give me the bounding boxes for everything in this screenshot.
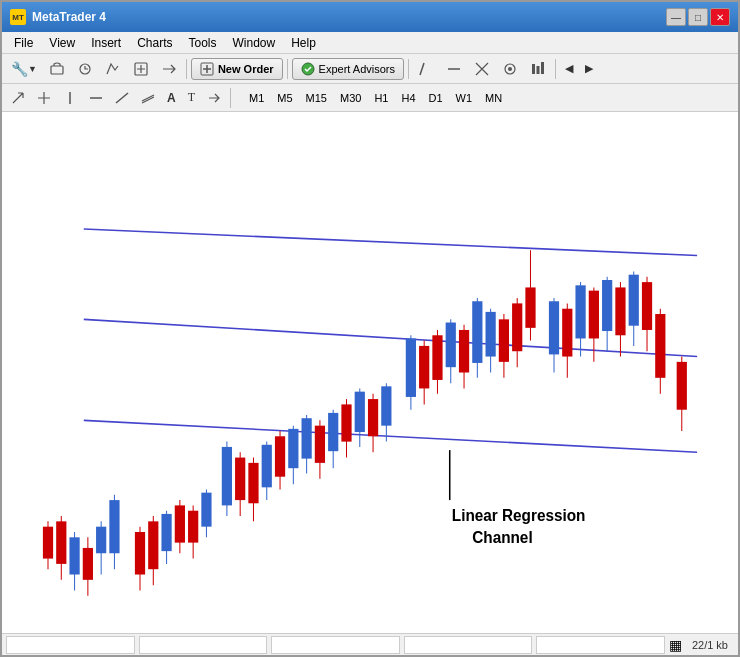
tool-vertical-line[interactable] bbox=[58, 86, 82, 110]
tf-m5[interactable]: M5 bbox=[271, 89, 298, 107]
svg-rect-25 bbox=[109, 500, 119, 553]
svg-rect-53 bbox=[315, 426, 325, 463]
svg-rect-73 bbox=[459, 330, 469, 373]
tf-d1[interactable]: D1 bbox=[423, 89, 449, 107]
svg-rect-71 bbox=[446, 323, 456, 368]
svg-rect-93 bbox=[602, 280, 612, 331]
svg-rect-99 bbox=[642, 282, 652, 330]
svg-rect-0 bbox=[51, 66, 63, 74]
tool-text-a[interactable]: A bbox=[162, 86, 181, 110]
tool-text-t[interactable]: T bbox=[183, 86, 200, 110]
toolbar-btn-indicators[interactable] bbox=[497, 57, 523, 81]
svg-rect-55 bbox=[328, 413, 338, 451]
minimize-button[interactable]: — bbox=[666, 8, 686, 26]
svg-rect-57 bbox=[341, 404, 351, 441]
svg-rect-15 bbox=[43, 527, 53, 559]
svg-rect-35 bbox=[188, 511, 198, 543]
tf-m15[interactable]: M15 bbox=[300, 89, 333, 107]
svg-rect-21 bbox=[83, 548, 93, 580]
svg-rect-67 bbox=[419, 346, 429, 389]
toolbar-btn-scroll-left[interactable]: ◀ bbox=[560, 57, 578, 81]
menu-help[interactable]: Help bbox=[283, 34, 324, 52]
tool-arrow[interactable] bbox=[6, 86, 30, 110]
toolbar2-separator-1 bbox=[230, 88, 231, 108]
svg-rect-19 bbox=[69, 537, 79, 574]
menu-window[interactable]: Window bbox=[225, 34, 284, 52]
tool-horizontal-line[interactable] bbox=[84, 86, 108, 110]
toolbar-separator-3 bbox=[408, 59, 409, 79]
svg-rect-29 bbox=[148, 521, 158, 569]
svg-rect-49 bbox=[288, 429, 298, 468]
svg-rect-83 bbox=[525, 287, 535, 327]
svg-rect-47 bbox=[275, 436, 285, 476]
svg-rect-79 bbox=[499, 319, 509, 362]
toolbar-btn-properties[interactable] bbox=[469, 57, 495, 81]
toolbar-main: 🔧 ▼ New Order Expert Advisors bbox=[2, 54, 738, 84]
svg-rect-85 bbox=[549, 301, 559, 354]
new-order-button[interactable]: New Order bbox=[191, 58, 283, 80]
svg-rect-10 bbox=[2, 112, 738, 633]
tf-m30[interactable]: M30 bbox=[334, 89, 367, 107]
tf-h4[interactable]: H4 bbox=[395, 89, 421, 107]
svg-rect-7 bbox=[532, 64, 535, 74]
toolbar-btn-zoom-in[interactable] bbox=[413, 57, 439, 81]
menu-insert[interactable]: Insert bbox=[83, 34, 129, 52]
svg-rect-31 bbox=[161, 514, 171, 551]
svg-rect-89 bbox=[575, 285, 585, 338]
toolbar-btn-3[interactable] bbox=[100, 57, 126, 81]
svg-text:Channel: Channel bbox=[472, 528, 532, 545]
menu-file[interactable]: File bbox=[6, 34, 41, 52]
chart-svg: Linear Regression Channel bbox=[2, 112, 738, 633]
menu-tools[interactable]: Tools bbox=[181, 34, 225, 52]
main-window: MT MetaTrader 4 — □ ✕ File View Insert C… bbox=[0, 0, 740, 657]
tool-trend-line[interactable] bbox=[110, 86, 134, 110]
expert-advisors-button[interactable]: Expert Advisors bbox=[292, 58, 404, 80]
svg-rect-39 bbox=[222, 447, 232, 505]
svg-rect-81 bbox=[512, 303, 522, 351]
svg-rect-103 bbox=[677, 362, 687, 410]
chart-area[interactable]: Linear Regression Channel bbox=[2, 112, 738, 633]
menu-bar: File View Insert Charts Tools Window Hel… bbox=[2, 32, 738, 54]
status-segment-2 bbox=[139, 636, 268, 654]
toolbar-separator-4 bbox=[555, 59, 556, 79]
tool-crosshair[interactable] bbox=[32, 86, 56, 110]
svg-rect-101 bbox=[655, 314, 665, 378]
toolbar-btn-periods[interactable] bbox=[525, 57, 551, 81]
svg-rect-77 bbox=[486, 312, 496, 357]
svg-rect-27 bbox=[135, 532, 145, 575]
menu-view[interactable]: View bbox=[41, 34, 83, 52]
window-title: MetaTrader 4 bbox=[32, 10, 666, 24]
status-segment-1 bbox=[6, 636, 135, 654]
svg-rect-8 bbox=[536, 66, 539, 74]
toolbar-btn-scroll-right[interactable]: ▶ bbox=[580, 57, 598, 81]
toolbar-btn-zoom-out[interactable] bbox=[441, 57, 467, 81]
svg-rect-9 bbox=[541, 62, 544, 74]
menu-charts[interactable]: Charts bbox=[129, 34, 180, 52]
tf-h1[interactable]: H1 bbox=[368, 89, 394, 107]
svg-rect-65 bbox=[406, 338, 416, 396]
maximize-button[interactable]: □ bbox=[688, 8, 708, 26]
status-segment-4 bbox=[404, 636, 533, 654]
window-controls: — □ ✕ bbox=[666, 8, 730, 26]
tf-m1[interactable]: M1 bbox=[243, 89, 270, 107]
tool-channel[interactable] bbox=[136, 86, 160, 110]
toolbar-btn-5[interactable] bbox=[156, 57, 182, 81]
toolbar-nav-group[interactable]: 🔧 ▼ bbox=[6, 57, 42, 81]
toolbar-btn-2[interactable] bbox=[72, 57, 98, 81]
svg-rect-45 bbox=[262, 445, 272, 488]
tf-mn[interactable]: MN bbox=[479, 89, 508, 107]
svg-rect-23 bbox=[96, 527, 106, 554]
status-segment-5 bbox=[536, 636, 665, 654]
svg-rect-95 bbox=[615, 287, 625, 335]
tool-arrow-draw[interactable] bbox=[202, 86, 226, 110]
toolbar-separator-2 bbox=[287, 59, 288, 79]
tf-w1[interactable]: W1 bbox=[450, 89, 479, 107]
toolbar-btn-1[interactable] bbox=[44, 57, 70, 81]
close-button[interactable]: ✕ bbox=[710, 8, 730, 26]
svg-text:Linear Regression: Linear Regression bbox=[452, 507, 586, 524]
svg-rect-41 bbox=[235, 458, 245, 501]
svg-rect-37 bbox=[201, 493, 211, 527]
toolbar-separator-1 bbox=[186, 59, 187, 79]
svg-rect-61 bbox=[368, 399, 378, 436]
toolbar-btn-4[interactable] bbox=[128, 57, 154, 81]
